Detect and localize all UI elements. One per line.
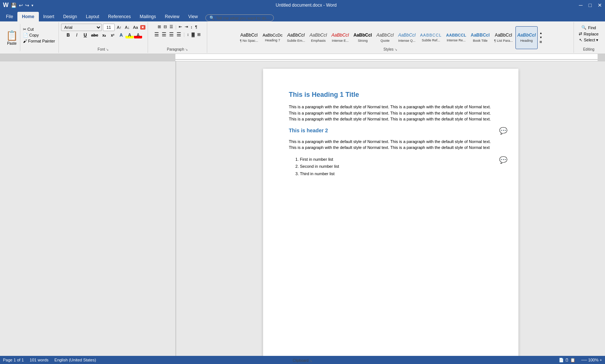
paragraph-align-row: ☰ ☰ ☰ ☰ | ↕ ▓ ⊞ xyxy=(153,31,202,38)
doc-heading2[interactable]: This is header 2 xyxy=(289,127,493,133)
style-strong[interactable]: AaBbCcl Strong xyxy=(352,26,374,49)
paste-button[interactable]: 📋 Paste xyxy=(4,24,20,51)
font-color-button[interactable]: A xyxy=(134,32,142,38)
close-btn[interactable]: ✕ xyxy=(598,2,602,8)
styles-expand-icon[interactable]: ↘ xyxy=(394,48,397,51)
tab-insert[interactable]: Insert xyxy=(39,12,59,21)
tab-mailings[interactable]: Mailings xyxy=(135,12,160,21)
redo-icon[interactable]: ↪ xyxy=(25,3,29,8)
tab-review[interactable]: Review xyxy=(160,12,184,21)
subscript-button[interactable]: x₂ xyxy=(100,33,108,38)
editing-group: 🔍 Find ⇄ Replace ↖ Select ▾ Editing xyxy=(574,22,604,53)
strikethrough-button[interactable]: abc xyxy=(90,32,100,38)
style-emphasis[interactable]: AaBbCcI Emphasis xyxy=(307,26,329,49)
select-label: Select ▾ xyxy=(584,38,599,42)
doc-paragraph1[interactable]: This is a paragraph with the default sty… xyxy=(289,104,493,122)
text-highlight-button[interactable]: A xyxy=(125,32,134,38)
list-item-2[interactable]: Second in number list xyxy=(300,163,493,170)
paragraph-list-row: ⊞ ⊟ ☰ | ⇤ ⇥ ↕ ¶ xyxy=(157,24,199,30)
style-no-spacing[interactable]: AaBbCcl ¶ No Spac... xyxy=(238,26,260,49)
clear-formatting-button[interactable]: ✖ xyxy=(140,25,145,30)
comment-icon-2[interactable]: 💬 xyxy=(499,156,507,164)
paragraph2-block: This is a paragraph with the default sty… xyxy=(289,139,493,151)
font-family-row: Arial A↑ A↓ Aa ✖ xyxy=(61,24,145,31)
tab-file[interactable]: File xyxy=(1,12,17,21)
justify-button[interactable]: ☰ xyxy=(175,31,182,38)
borders-button[interactable]: ⊞ xyxy=(196,31,202,38)
italic-button[interactable]: I xyxy=(73,32,81,38)
numbering-button[interactable]: ⊟ xyxy=(162,24,168,30)
select-button[interactable]: ↖ Select ▾ xyxy=(578,37,600,43)
show-hide-button[interactable]: ¶ xyxy=(194,24,198,30)
styles-scroll-down[interactable]: ▼ xyxy=(539,36,543,40)
replace-button[interactable]: ⇄ Replace xyxy=(577,31,600,37)
underline-button[interactable]: U xyxy=(81,32,89,38)
tab-design[interactable]: Design xyxy=(59,12,81,21)
tab-view[interactable]: View xyxy=(184,12,202,21)
change-case-button[interactable]: Aa xyxy=(132,24,139,30)
list-item-1[interactable]: First in number list xyxy=(300,156,493,163)
decrease-indent-button[interactable]: ⇤ xyxy=(178,24,183,30)
style-subtle-em[interactable]: AaBbCcI Subtle Em... xyxy=(285,26,307,49)
style-preview-book-title: AaBBCcl xyxy=(471,33,490,38)
minimize-btn[interactable]: ─ xyxy=(579,2,583,8)
doc-heading1[interactable]: This is Heading 1 Title xyxy=(289,91,493,99)
style-heading7[interactable]: AaBbCcDc Heading 7 xyxy=(261,26,285,49)
editing-group-label: Editing xyxy=(583,47,595,51)
styles-expand[interactable]: ⊞ xyxy=(539,40,543,44)
style-list-para[interactable]: AaBbCcl ¶ List Para... xyxy=(492,26,514,49)
increase-indent-button[interactable]: ⇥ xyxy=(184,24,189,30)
multilevel-button[interactable]: ☰ xyxy=(168,24,174,30)
numbered-list-block: First in number list Second in number li… xyxy=(289,156,493,178)
list-item-3[interactable]: Third in number list xyxy=(300,170,493,178)
style-intense-re[interactable]: AABBCCL Intense Re... xyxy=(444,26,468,49)
style-subtle-ref[interactable]: AABBCCL Subtle Ref... xyxy=(418,26,443,49)
align-center-button[interactable]: ☰ xyxy=(161,31,168,38)
font-expand-icon[interactable]: ↘ xyxy=(106,48,109,51)
align-right-button[interactable]: ☰ xyxy=(168,31,175,38)
save-icon[interactable]: 💾 xyxy=(11,3,17,8)
style-intense-e[interactable]: AaBbCcI Intense E... xyxy=(330,26,351,49)
vertical-ruler xyxy=(170,61,176,356)
ribbon: 📋 Paste ✂ Cut 📄 Copy 🖌 Format Painter xyxy=(0,21,605,54)
style-intense-q[interactable]: AaBbCcI Intense Q... xyxy=(396,26,417,49)
undo-icon[interactable]: ↩ xyxy=(19,3,23,8)
style-quote[interactable]: AaBbCcl Quote xyxy=(374,26,396,49)
clipboard-sub-buttons: ✂ Cut 📄 Copy 🖌 Format Painter xyxy=(22,27,56,44)
text-effects-button[interactable]: A xyxy=(117,32,125,38)
format-painter-button[interactable]: 🖌 Format Painter xyxy=(22,38,56,44)
align-left-button[interactable]: ☰ xyxy=(153,31,160,38)
style-book-title[interactable]: AaBBCcl Book Title xyxy=(469,26,491,49)
tab-references[interactable]: References xyxy=(104,12,135,21)
find-button[interactable]: 🔍 Find xyxy=(580,24,597,31)
paragraph-expand-icon[interactable]: ↘ xyxy=(185,48,188,51)
font-family-select[interactable]: Arial xyxy=(61,24,102,31)
styles-scroll-up[interactable]: ▲ xyxy=(539,31,543,35)
paste-icon: 📋 xyxy=(6,30,18,41)
shrink-font-button[interactable]: A↓ xyxy=(124,24,131,30)
title-bar: W 💾 ↩ ↪ ▾ Untitled document.docx - Word … xyxy=(0,0,605,10)
tab-layout[interactable]: Layout xyxy=(81,12,104,21)
tab-home[interactable]: Home xyxy=(17,12,38,21)
bullets-button[interactable]: ⊞ xyxy=(157,24,162,30)
document-page: This is Heading 1 Title This is a paragr… xyxy=(263,69,518,356)
font-size-input[interactable] xyxy=(103,24,115,31)
tell-me-input[interactable]: 🔍 Tell me what you want to do... xyxy=(205,14,274,21)
bold-button[interactable]: B xyxy=(64,32,72,38)
copy-button[interactable]: 📄 Copy xyxy=(22,33,56,38)
doc-paragraph2[interactable]: This is a paragraph with the default sty… xyxy=(289,139,493,151)
line-spacing-button[interactable]: ↕ xyxy=(186,31,190,37)
maximize-btn[interactable]: □ xyxy=(589,2,592,8)
sort-button[interactable]: ↕ xyxy=(189,24,194,30)
ruler-left-gray xyxy=(0,54,175,61)
find-label: Find xyxy=(588,25,596,30)
clipboard-expand-icon[interactable]: ↘ xyxy=(309,359,312,363)
grow-font-button[interactable]: A↑ xyxy=(116,24,123,30)
style-heading[interactable]: AaBbCcI Heading xyxy=(515,26,538,49)
comment-icon-1[interactable]: 💬 xyxy=(499,127,507,135)
cut-button[interactable]: ✂ Cut xyxy=(22,27,56,32)
superscript-button[interactable]: x² xyxy=(108,33,117,38)
replace-label: Replace xyxy=(584,32,598,36)
shading-button[interactable]: ▓ xyxy=(191,31,196,37)
copy-label: Copy xyxy=(29,33,39,37)
